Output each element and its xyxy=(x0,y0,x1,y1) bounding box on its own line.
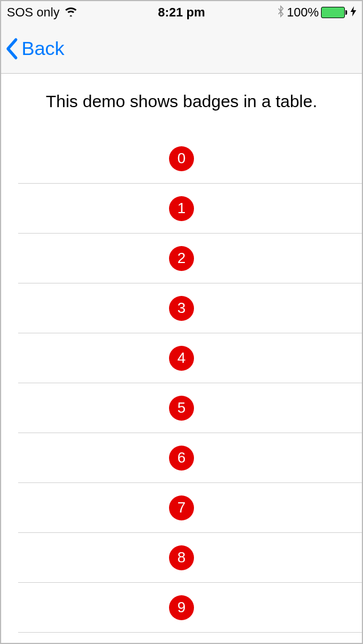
badge: 0 xyxy=(169,146,194,171)
back-label: Back xyxy=(22,37,65,60)
chevron-left-icon xyxy=(6,37,19,60)
charging-icon xyxy=(351,6,356,19)
back-button[interactable]: Back xyxy=(6,37,65,60)
table-row[interactable]: 8 xyxy=(18,533,362,583)
table[interactable]: 0123456789 xyxy=(1,134,362,633)
status-time: 8:21 pm xyxy=(158,5,205,20)
table-row[interactable]: 7 xyxy=(18,483,362,533)
navigation-bar: Back xyxy=(1,24,362,74)
table-row[interactable]: 9 xyxy=(18,583,362,633)
table-row[interactable]: 0 xyxy=(18,134,362,184)
badge: 5 xyxy=(169,396,194,421)
badge: 1 xyxy=(169,196,194,221)
table-row[interactable]: 6 xyxy=(18,433,362,483)
status-left: SOS only xyxy=(7,5,78,20)
badge: 7 xyxy=(169,495,194,520)
status-right: 100% xyxy=(277,5,356,20)
bluetooth-icon xyxy=(277,5,285,20)
badge: 6 xyxy=(169,446,194,471)
table-row[interactable]: 2 xyxy=(18,234,362,283)
table-row[interactable]: 3 xyxy=(18,283,362,333)
table-row[interactable]: 5 xyxy=(18,383,362,433)
badge: 3 xyxy=(169,296,194,321)
badge: 2 xyxy=(169,246,194,271)
wifi-icon xyxy=(64,5,78,20)
battery-percent: 100% xyxy=(287,5,319,20)
badge: 4 xyxy=(169,346,194,371)
page-title: This demo shows badges in a table. xyxy=(1,74,362,134)
carrier-text: SOS only xyxy=(7,5,60,20)
badge: 8 xyxy=(169,545,194,570)
table-row[interactable]: 4 xyxy=(18,333,362,383)
table-row[interactable]: 1 xyxy=(18,184,362,234)
content: This demo shows badges in a table. 01234… xyxy=(1,74,362,633)
badge: 9 xyxy=(169,595,194,620)
battery-icon xyxy=(321,7,347,18)
status-bar: SOS only 8:21 pm 100% xyxy=(1,1,362,24)
